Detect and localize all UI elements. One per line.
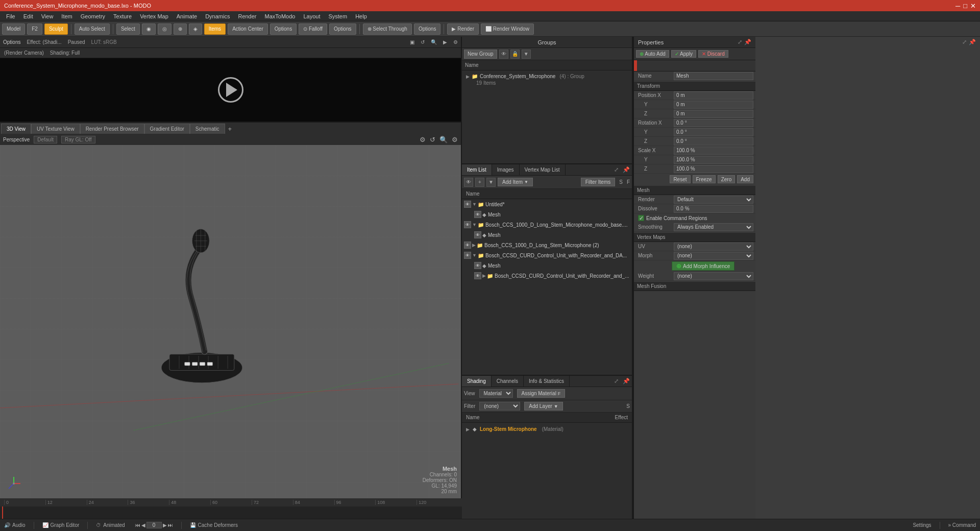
items-expand-icon[interactable]: ⤢ [612,166,621,173]
items-expand-tree[interactable]: ▼ [486,178,496,187]
items-eye-toggle[interactable]: 👁 [464,178,473,187]
menu-item-vertex map[interactable]: Vertex Map [136,11,173,21]
uv-dropdown[interactable]: (none) [674,243,753,251]
tab-info-stats[interactable]: Info & Statistics [524,376,570,387]
graph-editor-section[interactable]: 📈 Graph Editor [42,522,80,528]
menu-item-render[interactable]: Render [234,11,260,21]
options-button-2[interactable]: Options [329,23,356,35]
menu-item-animate[interactable]: Animate [173,11,201,21]
add-tab-button[interactable]: + [225,124,235,134]
auto-select-button[interactable]: Auto Select [75,23,110,35]
icon-btn-4[interactable]: ◈ [189,23,202,35]
discard-button[interactable]: ✕ Discard [698,50,728,58]
filter-items-button[interactable]: Filter Items [581,178,615,186]
play-button[interactable] [218,77,243,103]
vp-icon-4[interactable]: ⚙ [452,136,458,143]
frame-input[interactable] [146,522,162,528]
prop-scaley-input[interactable] [674,156,753,164]
tab-render-preset[interactable]: Render Preset Browser [80,124,144,134]
audio-section[interactable]: 🔊 Audio [4,522,26,528]
zero-button[interactable]: Zero [718,175,736,183]
tab-images[interactable]: Images [492,164,520,175]
groups-lock-icon[interactable]: 🔒 [510,50,520,59]
items-button[interactable]: Items [204,23,226,35]
props-pin-icon[interactable]: 📌 [744,39,751,45]
skip-start-btn[interactable]: ⏮ [135,522,140,528]
settings-section[interactable]: Settings [913,522,931,528]
item-row-bosch1[interactable]: 👁 ▼ 📁 Bosch_CCS_1000_D_Long_Stem_Microph… [462,220,632,230]
prev-frame-btn[interactable]: ◀ [141,522,145,528]
shading-pin-icon[interactable]: 📌 [621,378,632,384]
item-eye-6[interactable]: 👁 [474,262,481,269]
prop-rotz-input[interactable] [674,137,753,146]
tab-shading[interactable]: Shading [462,376,492,387]
apply-button[interactable]: ✓ Apply [671,50,696,58]
menu-item-edit[interactable]: Edit [19,11,37,21]
menu-item-item[interactable]: Item [57,11,76,21]
item-eye-4[interactable]: 👁 [464,242,471,249]
prop-scalex-input[interactable] [674,147,753,155]
tab-channels[interactable]: Channels [492,376,524,387]
enable-cmd-checkbox[interactable]: ✓ [638,215,644,221]
morph-dropdown[interactable]: (none) [674,252,753,260]
weight-dropdown[interactable]: (none) [674,272,753,280]
options-button-1[interactable]: Options [270,23,297,35]
command-section[interactable]: » Command [948,522,976,528]
items-plus-btn[interactable]: + [475,178,484,187]
add-button[interactable]: Add [737,175,753,183]
icon-btn-1[interactable]: ◉ [142,23,156,35]
smoothing-dropdown[interactable]: Always Enabled [674,223,753,231]
vp-icon-2[interactable]: ↺ [430,136,435,143]
new-group-button[interactable]: New Group [464,50,497,59]
viewport-canvas[interactable]: Mesh Channels: 0 Deformers: ON GL: 14,94… [0,145,461,498]
tab-vertex-map[interactable]: Vertex Map List [520,164,566,175]
filter-select[interactable]: (none) [479,402,520,411]
prop-roty-input[interactable] [674,128,753,136]
next-frame-btn[interactable]: ⏭ [168,522,173,528]
assign-material-button[interactable]: Assign Material F [517,389,566,398]
prop-scalez-input[interactable] [674,165,753,173]
preview-icon-1[interactable]: ▣ [410,39,414,45]
reset-button[interactable]: Reset [670,175,690,183]
menu-item-system[interactable]: System [324,11,351,21]
preview-play[interactable]: ▶ [443,39,447,45]
prop-posy-input[interactable] [674,101,753,109]
item-row-bosch2[interactable]: 👁 ▶ 📁 Bosch_CCS_1000_D_Long_Stem_Microph… [462,240,632,250]
animated-section[interactable]: ⏱ Animated [96,522,125,528]
menu-item-view[interactable]: View [37,11,58,21]
timeline-track[interactable] [0,506,462,519]
menu-item-dynamics[interactable]: Dynamics [201,11,234,21]
model-mode-button[interactable]: Model [2,23,25,35]
add-item-button[interactable]: Add Item ▼ [498,178,533,186]
groups-expand-btn[interactable]: ▼ [522,50,531,59]
vp-icon-3[interactable]: 🔍 [439,136,448,143]
item-eye-7[interactable]: 👁 [474,272,481,279]
menu-item-help[interactable]: Help [351,11,371,21]
group-item[interactable]: ▶ 📁 Conference_System_Microphone (4) : G… [464,73,630,80]
tab-gradient-editor[interactable]: Gradient Editor [144,124,190,134]
preview-zoom[interactable]: 🔍 [431,39,437,45]
item-row-mesh-2[interactable]: 👁 ◆ Mesh [462,230,632,240]
item-eye-0[interactable]: 👁 [464,201,471,208]
menu-item-maxtomodo[interactable]: MaxToModo [261,11,300,21]
view-select[interactable]: Material [479,389,513,398]
tab-schematic[interactable]: Schematic [190,124,225,134]
item-eye-3[interactable]: 👁 [474,231,481,238]
tab-item-list[interactable]: Item List [462,164,492,175]
prop-dissolve-input[interactable] [674,205,753,213]
select-through-button[interactable]: ⊗ Select Through [363,23,412,35]
add-morph-influence-button[interactable]: ⊕ Add Morph Influence [672,261,734,271]
add-layer-button[interactable]: Add Layer ▼ [524,402,563,411]
prop-name-input[interactable] [674,72,753,80]
props-expand-icon[interactable]: ⤢ [738,39,742,45]
close-button[interactable]: ✕ [970,2,976,10]
falloff-button[interactable]: ⊙ Falloff [299,23,327,35]
preview-icon-2[interactable]: ↺ [421,39,425,45]
cache-deformers-section[interactable]: 💾 Cache Deformers [190,522,238,528]
minimize-button[interactable]: ─ [955,2,960,10]
select-button[interactable]: Select [116,23,140,35]
item-row-mesh-3[interactable]: 👁 ◆ Mesh [462,260,632,271]
items-pin-icon[interactable]: 📌 [621,166,632,173]
play-btn[interactable]: ▶ [163,522,167,528]
groups-eye-icon[interactable]: 👁 [499,50,508,59]
